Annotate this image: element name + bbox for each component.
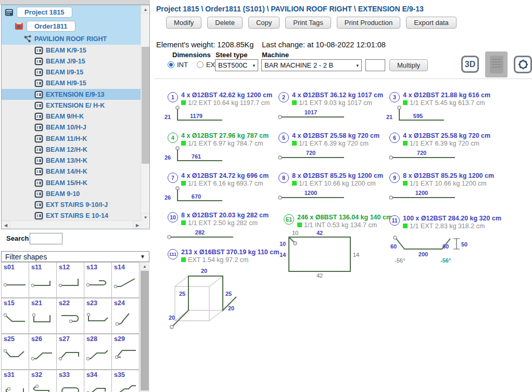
- bar-position-5[interactable]: 5 4 x Ø12BST 25.58 kg 720 cm 1/1 EXT 6.3…: [278, 132, 391, 162]
- tree-item-extension-e-h-k[interactable]: EXTENSION E/ H-K: [2, 100, 149, 111]
- delete-button[interactable]: Delete: [207, 17, 243, 29]
- shape-cell-s21[interactable]: s21: [29, 298, 57, 334]
- svg-text:20: 20: [201, 268, 207, 274]
- shape-cell-s28[interactable]: s28: [84, 334, 112, 370]
- app-root: Project 1815 Order1811 PAVILION ROOF RIG…: [0, 0, 532, 392]
- project-node-button[interactable]: Project 1815: [17, 7, 72, 18]
- position-badge: 9: [389, 173, 400, 183]
- tree-horizontal-scrollbar[interactable]: ◀ ▶: [2, 220, 142, 229]
- bar-position-7[interactable]: 7 4 x Ø12BST 24.72 kg 696 cm 1/1 EXT 6.1…: [168, 172, 280, 205]
- chevron-down-icon: ▼: [140, 254, 145, 259]
- export-data-button[interactable]: Export data: [406, 17, 457, 29]
- print-tags-button[interactable]: Print Tags: [285, 17, 331, 29]
- bar-spec: 213 x Ø16BST 370.19 kg 110 cm: [181, 249, 280, 256]
- tree-item-beam-11-h-k[interactable]: BEAM 11/H-K: [2, 133, 149, 144]
- bar-position-1[interactable]: 1 4 x Ø12BST 42.62 kg 1200 cm 1/2 EXT 10…: [168, 92, 280, 125]
- filter-shapes-dropdown[interactable]: Filter shapes ▼: [1, 251, 149, 262]
- tree-item-beam-15-h-k[interactable]: BEAM 15/H-K: [2, 177, 149, 188]
- element-icon: [34, 201, 43, 209]
- tree-item-beam-i-9-15[interactable]: BEAM I/9-15: [2, 67, 149, 78]
- shape-cell-s31[interactable]: s31: [2, 370, 29, 392]
- tree-group-pavilion[interactable]: PAVILION ROOF RIGHT: [2, 33, 149, 45]
- status-square-icon: [181, 141, 186, 146]
- bar-spec: 4 x Ø12BST 25.58 kg 720 cm: [403, 132, 502, 139]
- shape-cell-s24[interactable]: s24: [112, 298, 140, 334]
- scroll-left-icon[interactable]: ◀: [2, 221, 10, 229]
- tree-item-beam-10-h-j[interactable]: BEAM 10/H-J: [2, 122, 149, 133]
- multiply-button[interactable]: Multiply: [389, 59, 428, 71]
- shape-cell-s26[interactable]: s26: [29, 334, 57, 370]
- bar-shape-drawing: 60 200 60 50 -56° -56°: [390, 234, 470, 264]
- bar-detail: 1/1 EXT 10.66 kg 1200 cm: [292, 180, 391, 187]
- bar-position-2[interactable]: 2 4 x Ø12BST 36.12 kg 1017 cm 1/1 EXT 9.…: [278, 92, 391, 121]
- shape-cell-s23[interactable]: s23: [84, 298, 112, 334]
- bar-position-4[interactable]: 4 4 x Ø12BST 27.96 kg 787 cm 1/1 EXT 6.9…: [168, 132, 280, 165]
- ext-radio[interactable]: [197, 61, 204, 68]
- tree-item-beam-13-h-k[interactable]: BEAM 13/H-K: [2, 155, 149, 166]
- svg-text:21: 21: [386, 114, 392, 120]
- steel-type-select[interactable]: BST500C ▾: [215, 59, 258, 71]
- tree-item-ext-stairs-9-10[interactable]: EXT STAIRS 9-10/I-J: [2, 200, 149, 211]
- int-radio[interactable]: [168, 61, 174, 68]
- shape-cell-s01[interactable]: s01: [2, 262, 29, 298]
- tree-item-extension-e-9-13[interactable]: EXTENSION E/9-13: [2, 89, 149, 100]
- tree-item-beam-12-h-k[interactable]: BEAM 12/H-K: [2, 144, 149, 155]
- shape-cell-s32[interactable]: s32: [29, 370, 57, 392]
- bar-position-6[interactable]: 6 4 x Ø12BST 25.58 kg 720 cm 1/1 EXT 6.3…: [389, 132, 502, 162]
- shapes-vertical-scrollbar[interactable]: ▲: [140, 262, 149, 392]
- tree-item-beam-9-10[interactable]: BEAM 9-10: [2, 188, 149, 199]
- bar-position-111[interactable]: 111 213 x Ø16BST 370.19 kg 110 cm EXT 1.…: [168, 249, 280, 333]
- bar-position-8[interactable]: 8 8 x Ø12BST 85.25 kg 1200 cm 1/1 EXT 10…: [278, 172, 391, 202]
- print-production-button[interactable]: Print Production: [337, 17, 401, 29]
- status-square-icon: [403, 181, 408, 186]
- report-button-disabled: [485, 51, 508, 77]
- shape-cell-s22[interactable]: s22: [57, 298, 84, 334]
- shape-cell-s33[interactable]: s33: [57, 370, 84, 392]
- tree-item-beam-9-h-k[interactable]: BEAM 9/H-K: [2, 111, 149, 122]
- bar-detail: 1/1 EXT 6.39 kg 720 cm: [403, 140, 502, 147]
- shape-cell-s27[interactable]: s27: [57, 334, 84, 370]
- shape-cell-s14[interactable]: s14: [112, 262, 140, 298]
- search-input[interactable]: [30, 233, 62, 244]
- bar-position-e1[interactable]: E1 246 x Ø8BST 136.04 kg 140 cm 1/1 INT …: [284, 214, 396, 279]
- tree-item-beam-k-9-15[interactable]: BEAM K/9-15: [2, 45, 149, 56]
- shape-cell-s11[interactable]: s11: [29, 262, 57, 298]
- status-square-icon: [292, 100, 297, 105]
- order-node-button[interactable]: Order1811: [27, 21, 75, 32]
- shape-cell-s29[interactable]: s29: [112, 334, 140, 370]
- shape-cell-s12[interactable]: s12: [57, 262, 84, 298]
- machine-select[interactable]: BAR MACHINE 2 - 2 B ▾: [261, 59, 362, 71]
- modify-button[interactable]: Modify: [166, 17, 201, 29]
- scroll-up-icon[interactable]: ▲: [141, 5, 150, 14]
- copy-button[interactable]: Copy: [248, 17, 280, 29]
- bar-spec: 4 x Ø12BST 25.58 kg 720 cm: [292, 132, 391, 139]
- tree-item-beam-14-h-k[interactable]: BEAM 14/H-K: [2, 166, 149, 177]
- tree-vertical-scrollbar[interactable]: ▲ ▼: [141, 5, 149, 221]
- svg-text:1200: 1200: [415, 190, 428, 196]
- shape-cell-s15[interactable]: s15: [2, 298, 29, 334]
- tree-item-beam-h-9-15[interactable]: BEAM H/9-15: [2, 78, 149, 89]
- bar-position-10[interactable]: 10 8 x Ø12BST 20.03 kg 282 cm 1/1 EXT 2.…: [168, 212, 280, 241]
- shape-cell-s35[interactable]: s35: [112, 370, 140, 392]
- scrollbar-thumb[interactable]: [141, 271, 149, 390]
- shape-cell-s13[interactable]: s13: [84, 262, 112, 298]
- svg-text:60: 60: [442, 243, 449, 250]
- dimensions-label: Dimensions: [172, 51, 211, 59]
- scroll-up-icon[interactable]: ▲: [140, 262, 149, 270]
- tree-item-beam-j-9-15[interactable]: BEAM J/9-15: [2, 56, 149, 67]
- bar-position-3[interactable]: 3 4 x Ø12BST 21.88 kg 616 cm 1/1 EXT 5.4…: [389, 92, 502, 125]
- multiply-input[interactable]: [365, 59, 385, 71]
- scrollbar-thumb[interactable]: [142, 47, 149, 164]
- breadcrumb[interactable]: Project 1815 \ Order1811 (S101) \ PAVILI…: [156, 5, 424, 13]
- shape-cell-s25[interactable]: s25: [2, 334, 29, 370]
- bar-position-11[interactable]: 11 100 x Ø12BST 284.20 kg 320 cm 1/1 EXT…: [389, 215, 502, 264]
- tree-item-ext-stairs-e-10-14[interactable]: EXT STAIRS E 10-14: [2, 211, 149, 221]
- bar-shape-drawing: 21 595: [386, 105, 448, 125]
- element-icon: [34, 190, 43, 198]
- bar-detail: 1/1 EXT 6.16 kg 693.7 cm: [181, 180, 280, 187]
- shape-cell-s34[interactable]: s34: [84, 370, 112, 392]
- bar-position-9[interactable]: 9 8 x Ø12BST 85.25 kg 1200 cm 1/1 EXT 10…: [389, 172, 502, 202]
- view-3d-button[interactable]: 3D: [461, 56, 479, 73]
- settings-button[interactable]: [514, 56, 532, 73]
- shape-glyph-s12: [58, 275, 83, 291]
